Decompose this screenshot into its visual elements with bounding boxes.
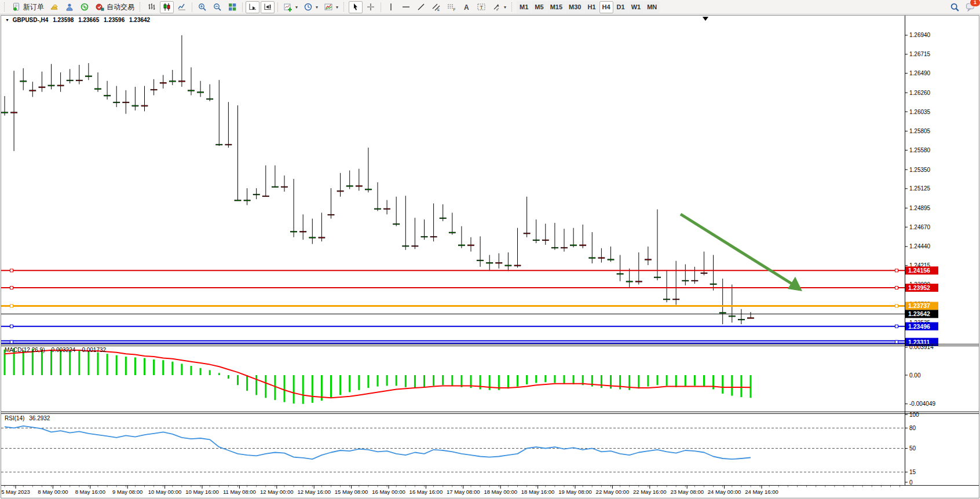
toolbar: 新订单 自动交易 [0, 0, 980, 14]
candle-down [617, 274, 623, 274]
time-label: 8 May 00:00 [38, 489, 68, 495]
hline-chip-label: 1.23952 [908, 284, 930, 291]
templates-button[interactable]: ▾ [321, 1, 341, 13]
auto-scroll-button[interactable] [246, 1, 259, 13]
candle-up [39, 87, 45, 87]
crosshair-button[interactable] [364, 1, 378, 13]
chevron-down-icon[interactable]: ▼ [5, 18, 9, 22]
chart-window-border [1, 16, 979, 498]
candlestick-chart-button[interactable] [160, 1, 174, 13]
horizontal-line-button[interactable] [399, 1, 413, 13]
equidistant-channel-button[interactable]: E [429, 1, 443, 13]
macd-histogram-bar [339, 375, 341, 395]
timeframe-D1[interactable]: D1 [614, 1, 628, 13]
candle-down [571, 245, 577, 245]
toolbar-grip [511, 2, 514, 12]
line-handle[interactable] [10, 269, 13, 272]
time-label: 12 May 16:00 [297, 489, 331, 495]
trendline-button[interactable] [414, 1, 428, 13]
macd-histogram-bar [218, 373, 220, 375]
line-handle[interactable] [10, 325, 13, 328]
arrows-button[interactable]: ▾ [489, 1, 509, 13]
mt4-terminal: { "toolbar": { "new_order_label": "新订单",… [0, 0, 980, 499]
zoom-in-icon [198, 2, 207, 12]
candle-up [468, 245, 474, 245]
macd-histogram-bar [107, 354, 108, 375]
price-tick-label: 1.24670 [909, 224, 931, 230]
line-handle[interactable] [10, 287, 13, 289]
bar-chart-button[interactable] [145, 1, 159, 13]
macd-histogram-bar [750, 375, 752, 398]
templates-icon [324, 2, 333, 12]
macd-histogram-bar [619, 375, 621, 390]
macd-histogram-bar [358, 375, 360, 390]
line-handle[interactable] [895, 287, 898, 289]
macd-histogram-bar [246, 375, 248, 391]
signals-button[interactable] [78, 1, 92, 13]
timeframe-MN[interactable]: MN [644, 1, 660, 13]
text-button[interactable]: A [459, 1, 473, 13]
line-handle[interactable] [895, 340, 898, 343]
tile-windows-button[interactable] [225, 1, 239, 13]
search-button[interactable] [948, 1, 962, 13]
macd-histogram-bar [731, 375, 733, 396]
timeframe-H4[interactable]: H4 [599, 1, 613, 13]
cursor-button[interactable] [349, 1, 363, 13]
candle-down [505, 265, 511, 266]
macd-histogram-bar [97, 353, 99, 375]
chart-shift-button[interactable] [261, 1, 275, 13]
fibonacci-button[interactable]: F [444, 1, 458, 13]
timeframe-H1[interactable]: H1 [584, 1, 598, 13]
toolbar-separator [192, 2, 192, 12]
autotrading-button[interactable]: 自动交易 [93, 1, 137, 13]
vertical-line-button[interactable] [384, 1, 398, 13]
horizontal-line-icon [401, 2, 411, 12]
timeframe-W1[interactable]: W1 [628, 1, 644, 13]
candle-down [710, 284, 716, 284]
macd-histogram-bar [544, 375, 546, 382]
periods-button[interactable]: ▾ [301, 1, 320, 13]
timeframe-M30[interactable]: M30 [566, 1, 584, 13]
price-tick-label: 1.26035 [909, 109, 931, 115]
zoom-in-button[interactable] [195, 1, 209, 13]
navigator-button[interactable] [63, 1, 76, 13]
toolbar-separator [381, 2, 381, 12]
macd-histogram-bar [162, 360, 164, 375]
market-watch-button[interactable] [47, 1, 61, 13]
candle-down [375, 208, 381, 209]
chevron-down-icon: ▾ [295, 5, 298, 10]
open-value: 1.23598 [53, 17, 74, 23]
price-tick-label: 1.24440 [909, 243, 931, 250]
candle-up [11, 112, 17, 113]
line-handle[interactable] [10, 304, 13, 307]
macd-histogram-bar [302, 375, 304, 404]
chart-canvas[interactable]: 1.269401.267151.264901.262601.260351.258… [0, 0, 980, 499]
timeframe-M5[interactable]: M5 [532, 1, 546, 13]
candle-down [729, 316, 735, 317]
timeframe-M1[interactable]: M1 [517, 1, 531, 13]
notification-badge[interactable]: 1 [970, 0, 980, 7]
line-chart-button[interactable] [175, 1, 189, 13]
new-order-button[interactable]: 新订单 [9, 1, 46, 13]
timeframe-M15[interactable]: M15 [547, 1, 565, 13]
macd-histogram-bar [349, 375, 350, 392]
candle-down [2, 112, 8, 113]
candle-down [738, 319, 744, 320]
zoom-out-button[interactable] [210, 1, 224, 13]
toolbar-grip [343, 2, 346, 12]
time-label: 24 May 16:00 [745, 489, 778, 495]
candle-down [626, 281, 632, 282]
time-label: 15 May 08:00 [335, 489, 368, 495]
indicators-button[interactable]: ▾ [281, 1, 300, 13]
price-tick-label: 1.25805 [909, 128, 931, 134]
line-handle[interactable] [895, 325, 898, 328]
line-handle[interactable] [895, 269, 898, 272]
rsi-axis-label: 100 [909, 412, 919, 418]
text-label-button[interactable]: T [474, 1, 488, 13]
macd-histogram-bar [237, 375, 239, 385]
line-handle[interactable] [10, 340, 13, 343]
line-handle[interactable] [895, 304, 898, 307]
macd-histogram-bar [144, 358, 145, 375]
price-tick-label: 1.24895 [909, 205, 931, 211]
symbol-ohlc-line: ▼ GBPUSD-,H4 1.23598 1.23665 1.23596 1.2… [5, 17, 153, 23]
